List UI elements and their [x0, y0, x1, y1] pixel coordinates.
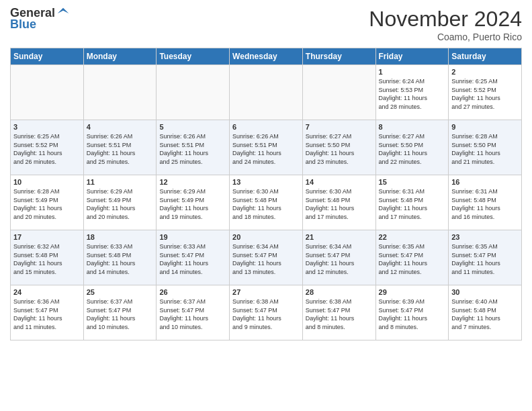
day-info: Sunrise: 6:31 AM Sunset: 5:48 PM Dayligh… — [379, 187, 446, 221]
day-info: Sunrise: 6:35 AM Sunset: 5:47 PM Dayligh… — [379, 242, 446, 276]
day-info: Sunrise: 6:25 AM Sunset: 5:52 PM Dayligh… — [13, 132, 81, 166]
calendar-cell: 5Sunrise: 6:26 AM Sunset: 5:51 PM Daylig… — [157, 120, 230, 175]
calendar-week-4: 24Sunrise: 6:36 AM Sunset: 5:47 PM Dayli… — [11, 285, 522, 340]
day-number: 20 — [232, 233, 300, 241]
day-number: 17 — [13, 233, 81, 241]
day-info: Sunrise: 6:35 AM Sunset: 5:47 PM Dayligh… — [451, 242, 519, 276]
day-info: Sunrise: 6:39 AM Sunset: 5:47 PM Dayligh… — [379, 298, 446, 331]
header: General Blue November 2024 Coamo, Puerto… — [10, 7, 522, 42]
calendar-cell: 4Sunrise: 6:26 AM Sunset: 5:51 PM Daylig… — [83, 120, 157, 175]
calendar-cell: 28Sunrise: 6:38 AM Sunset: 5:47 PM Dayli… — [302, 285, 375, 340]
day-info: Sunrise: 6:26 AM Sunset: 5:51 PM Dayligh… — [159, 132, 226, 166]
day-number: 22 — [379, 233, 446, 241]
calendar-cell: 1Sunrise: 6:24 AM Sunset: 5:53 PM Daylig… — [375, 65, 449, 120]
day-info: Sunrise: 6:26 AM Sunset: 5:51 PM Dayligh… — [232, 132, 300, 166]
day-info: Sunrise: 6:24 AM Sunset: 5:53 PM Dayligh… — [379, 77, 446, 111]
calendar-cell: 19Sunrise: 6:33 AM Sunset: 5:47 PM Dayli… — [157, 230, 230, 285]
calendar-cell: 27Sunrise: 6:38 AM Sunset: 5:47 PM Dayli… — [230, 285, 303, 340]
subtitle: Coamo, Puerto Rico — [369, 32, 522, 42]
calendar-cell: 20Sunrise: 6:34 AM Sunset: 5:47 PM Dayli… — [230, 230, 303, 285]
header-cell-saturday: Saturday — [449, 48, 522, 65]
day-number: 28 — [306, 288, 373, 296]
day-number: 21 — [306, 233, 373, 241]
header-cell-thursday: Thursday — [302, 48, 375, 65]
day-number: 24 — [13, 288, 81, 296]
day-info: Sunrise: 6:28 AM Sunset: 5:50 PM Dayligh… — [451, 132, 519, 166]
calendar-cell: 6Sunrise: 6:26 AM Sunset: 5:51 PM Daylig… — [230, 120, 303, 175]
day-number: 13 — [232, 178, 300, 186]
calendar-cell: 18Sunrise: 6:33 AM Sunset: 5:48 PM Dayli… — [83, 230, 157, 285]
day-info: Sunrise: 6:37 AM Sunset: 5:47 PM Dayligh… — [159, 298, 226, 331]
day-number: 3 — [13, 123, 81, 131]
day-info: Sunrise: 6:30 AM Sunset: 5:48 PM Dayligh… — [306, 187, 373, 221]
calendar-cell — [230, 65, 303, 120]
calendar-cell: 9Sunrise: 6:28 AM Sunset: 5:50 PM Daylig… — [449, 120, 522, 175]
day-info: Sunrise: 6:27 AM Sunset: 5:50 PM Dayligh… — [306, 132, 373, 166]
day-info: Sunrise: 6:36 AM Sunset: 5:47 PM Dayligh… — [13, 298, 81, 331]
header-cell-sunday: Sunday — [11, 48, 84, 65]
day-number: 23 — [451, 233, 519, 241]
day-number: 7 — [306, 123, 373, 131]
calendar-cell: 29Sunrise: 6:39 AM Sunset: 5:47 PM Dayli… — [375, 285, 449, 340]
day-info: Sunrise: 6:34 AM Sunset: 5:47 PM Dayligh… — [306, 242, 373, 276]
calendar-cell — [157, 65, 230, 120]
calendar-body: 1Sunrise: 6:24 AM Sunset: 5:53 PM Daylig… — [11, 65, 522, 340]
day-info: Sunrise: 6:25 AM Sunset: 5:52 PM Dayligh… — [451, 77, 519, 111]
day-info: Sunrise: 6:27 AM Sunset: 5:50 PM Dayligh… — [379, 132, 446, 166]
calendar-week-2: 10Sunrise: 6:28 AM Sunset: 5:49 PM Dayli… — [11, 175, 522, 230]
day-number: 26 — [159, 288, 226, 296]
calendar-cell: 21Sunrise: 6:34 AM Sunset: 5:47 PM Dayli… — [302, 230, 375, 285]
day-number: 16 — [451, 178, 519, 186]
day-info: Sunrise: 6:33 AM Sunset: 5:47 PM Dayligh… — [159, 242, 226, 276]
day-number: 1 — [379, 68, 446, 76]
day-info: Sunrise: 6:26 AM Sunset: 5:51 PM Dayligh… — [87, 132, 154, 166]
calendar-cell: 8Sunrise: 6:27 AM Sunset: 5:50 PM Daylig… — [375, 120, 449, 175]
calendar-cell: 16Sunrise: 6:31 AM Sunset: 5:48 PM Dayli… — [449, 175, 522, 230]
calendar-week-3: 17Sunrise: 6:32 AM Sunset: 5:48 PM Dayli… — [11, 230, 522, 285]
header-cell-monday: Monday — [83, 48, 157, 65]
day-info: Sunrise: 6:33 AM Sunset: 5:48 PM Dayligh… — [87, 242, 154, 276]
calendar-table: SundayMondayTuesdayWednesdayThursdayFrid… — [10, 48, 522, 340]
day-number: 15 — [379, 178, 446, 186]
calendar-cell: 15Sunrise: 6:31 AM Sunset: 5:48 PM Dayli… — [375, 175, 449, 230]
calendar-cell: 13Sunrise: 6:30 AM Sunset: 5:48 PM Dayli… — [230, 175, 303, 230]
day-number: 19 — [159, 233, 226, 241]
day-info: Sunrise: 6:31 AM Sunset: 5:48 PM Dayligh… — [451, 187, 519, 221]
day-number: 5 — [159, 123, 226, 131]
day-number: 8 — [379, 123, 446, 131]
day-info: Sunrise: 6:29 AM Sunset: 5:49 PM Dayligh… — [87, 187, 154, 221]
calendar-cell — [302, 65, 375, 120]
calendar-cell: 23Sunrise: 6:35 AM Sunset: 5:47 PM Dayli… — [449, 230, 522, 285]
day-info: Sunrise: 6:30 AM Sunset: 5:48 PM Dayligh… — [232, 187, 300, 221]
title-block: November 2024 Coamo, Puerto Rico — [369, 7, 522, 42]
calendar-cell: 26Sunrise: 6:37 AM Sunset: 5:47 PM Dayli… — [157, 285, 230, 340]
calendar-cell: 24Sunrise: 6:36 AM Sunset: 5:47 PM Dayli… — [11, 285, 84, 340]
calendar-cell: 10Sunrise: 6:28 AM Sunset: 5:49 PM Dayli… — [11, 175, 84, 230]
day-number: 14 — [306, 178, 373, 186]
day-info: Sunrise: 6:32 AM Sunset: 5:48 PM Dayligh… — [13, 242, 81, 276]
day-number: 29 — [379, 288, 446, 296]
calendar-cell — [11, 65, 84, 120]
calendar-header: SundayMondayTuesdayWednesdayThursdayFrid… — [11, 48, 522, 65]
day-number: 30 — [451, 288, 519, 296]
day-info: Sunrise: 6:40 AM Sunset: 5:48 PM Dayligh… — [451, 298, 519, 331]
day-number: 12 — [159, 178, 226, 186]
day-number: 6 — [232, 123, 300, 131]
day-number: 4 — [87, 123, 154, 131]
day-number: 25 — [87, 288, 154, 296]
logo-icon — [56, 7, 70, 20]
day-number: 11 — [87, 178, 154, 186]
calendar-week-0: 1Sunrise: 6:24 AM Sunset: 5:53 PM Daylig… — [11, 65, 522, 120]
month-title: November 2024 — [369, 7, 522, 32]
day-number: 27 — [232, 288, 300, 296]
calendar-cell: 3Sunrise: 6:25 AM Sunset: 5:52 PM Daylig… — [11, 120, 84, 175]
calendar-cell: 7Sunrise: 6:27 AM Sunset: 5:50 PM Daylig… — [302, 120, 375, 175]
page-container: General Blue November 2024 Coamo, Puerto… — [0, 0, 532, 347]
header-row: SundayMondayTuesdayWednesdayThursdayFrid… — [11, 48, 522, 65]
calendar-cell: 14Sunrise: 6:30 AM Sunset: 5:48 PM Dayli… — [302, 175, 375, 230]
header-cell-tuesday: Tuesday — [157, 48, 230, 65]
day-number: 18 — [87, 233, 154, 241]
calendar-cell: 11Sunrise: 6:29 AM Sunset: 5:49 PM Dayli… — [83, 175, 157, 230]
calendar-cell: 30Sunrise: 6:40 AM Sunset: 5:48 PM Dayli… — [449, 285, 522, 340]
day-info: Sunrise: 6:37 AM Sunset: 5:47 PM Dayligh… — [87, 298, 154, 331]
